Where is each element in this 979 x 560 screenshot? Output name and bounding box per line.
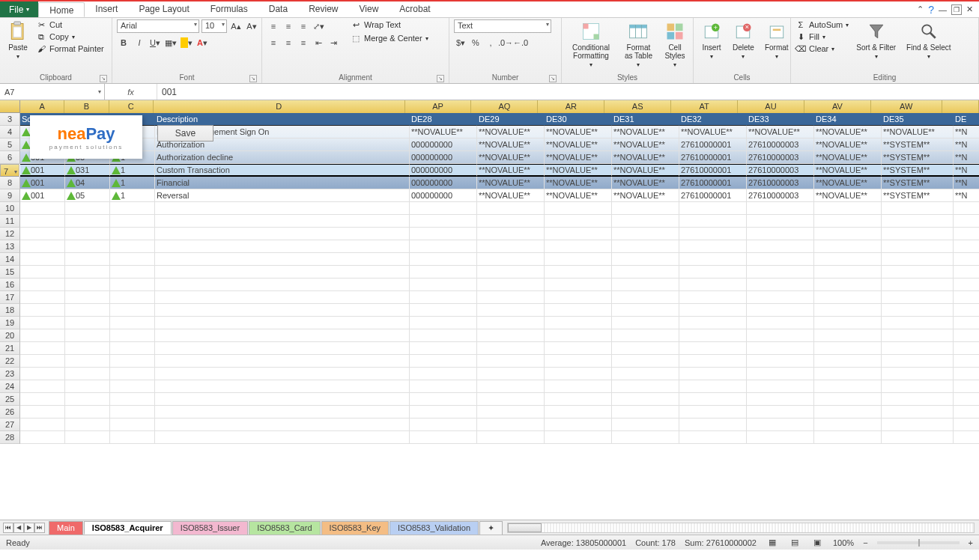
cell[interactable]: **NOVALUE** [477, 164, 545, 177]
cell[interactable] [410, 342, 477, 355]
column-header[interactable]: C [109, 100, 154, 113]
cell[interactable] [814, 279, 882, 291]
cut-button[interactable]: ✂Cut [36, 19, 104, 30]
cell[interactable] [747, 317, 814, 329]
cell[interactable] [882, 215, 954, 228]
cell[interactable] [410, 355, 477, 368]
cell[interactable] [477, 291, 545, 304]
cell[interactable] [410, 419, 477, 431]
cell[interactable] [747, 406, 814, 419]
cell[interactable] [747, 368, 814, 380]
column-header[interactable]: D [154, 100, 405, 113]
zoom-out-button[interactable]: − [863, 538, 867, 547]
cell[interactable] [410, 228, 477, 240]
cell[interactable] [814, 431, 882, 444]
cell[interactable] [477, 380, 545, 393]
cell[interactable]: **NOVALUE** [410, 126, 477, 139]
cell[interactable]: 27610000003 [747, 177, 814, 189]
cell[interactable] [65, 380, 110, 393]
cell[interactable] [155, 240, 410, 253]
cell[interactable]: **SYSTEM** [882, 177, 954, 189]
cell[interactable] [545, 215, 612, 228]
cell[interactable] [65, 368, 110, 380]
cell[interactable] [954, 304, 979, 317]
decrease-decimal-icon[interactable]: ←.0 [514, 36, 527, 49]
cell[interactable]: Reversal [155, 189, 410, 202]
align-right-icon[interactable]: ≡ [297, 36, 310, 49]
cell[interactable]: **SYSTEM** [882, 139, 954, 151]
column-header[interactable]: A [20, 100, 64, 113]
cell[interactable] [954, 202, 979, 215]
cell[interactable] [679, 304, 747, 317]
cell[interactable] [612, 228, 679, 240]
row-header[interactable]: 16 [0, 279, 20, 291]
cell[interactable] [110, 419, 155, 431]
cell[interactable] [814, 329, 882, 342]
cell[interactable] [679, 380, 747, 393]
zoom-in-button[interactable]: + [969, 538, 973, 547]
align-bottom-icon[interactable]: ≡ [297, 19, 310, 33]
cell[interactable] [545, 202, 612, 215]
cell[interactable]: DE28 [410, 113, 477, 126]
cell[interactable] [545, 406, 612, 419]
cell[interactable] [545, 240, 612, 253]
sort-filter-button[interactable]: Sort & Filter▾ [853, 19, 899, 61]
increase-decimal-icon[interactable]: .0→ [499, 36, 512, 49]
column-header[interactable]: AT [671, 100, 738, 113]
row-header[interactable]: 23 [0, 368, 20, 380]
cell[interactable] [545, 291, 612, 304]
window-restore-icon[interactable]: ❐ [951, 4, 962, 15]
cell[interactable] [155, 279, 410, 291]
merge-center-button[interactable]: ⬚Merge & Center▾ [351, 33, 428, 43]
cell[interactable] [954, 368, 979, 380]
cell[interactable] [410, 253, 477, 266]
cell[interactable] [20, 253, 65, 266]
cell[interactable] [814, 355, 882, 368]
cell[interactable] [477, 304, 545, 317]
cell[interactable]: Authorization decline [155, 151, 410, 164]
cell[interactable]: DE30 [545, 113, 612, 126]
cell[interactable] [679, 317, 747, 329]
cell[interactable] [110, 240, 155, 253]
cell[interactable] [110, 342, 155, 355]
cell[interactable] [410, 393, 477, 406]
underline-button[interactable]: U▾ [148, 36, 162, 49]
comma-icon[interactable]: , [484, 36, 497, 49]
decrease-indent-icon[interactable]: ⇤ [312, 36, 325, 49]
cell[interactable] [882, 380, 954, 393]
cell[interactable] [747, 304, 814, 317]
cell[interactable] [954, 329, 979, 342]
cell[interactable] [954, 406, 979, 419]
cell[interactable]: 000000000 [410, 151, 477, 164]
align-center-icon[interactable]: ≡ [282, 36, 295, 49]
cell[interactable] [882, 317, 954, 329]
cell[interactable] [814, 406, 882, 419]
cell[interactable] [110, 279, 155, 291]
cell[interactable] [679, 368, 747, 380]
sheet-tab[interactable]: ISO8583_Issuer [172, 521, 249, 535]
cell[interactable] [545, 228, 612, 240]
sheet-tab[interactable]: ISO8583_Acquirer [84, 521, 172, 535]
cell[interactable] [155, 329, 410, 342]
sheet-tab[interactable]: ISO8583_Validation [390, 521, 479, 535]
conditional-formatting-button[interactable]: Conditional Formatting▾ [566, 19, 616, 70]
cell[interactable]: **N [954, 164, 979, 177]
row-header[interactable]: 3 [0, 113, 20, 126]
cell[interactable] [545, 368, 612, 380]
align-top-icon[interactable]: ≡ [267, 19, 280, 33]
cell[interactable] [747, 228, 814, 240]
cell[interactable]: DE29 [477, 113, 545, 126]
cell[interactable] [65, 329, 110, 342]
cell[interactable]: **N [954, 139, 979, 151]
cell[interactable] [155, 253, 410, 266]
cell[interactable] [20, 279, 65, 291]
cell[interactable] [954, 291, 979, 304]
cell[interactable] [954, 266, 979, 279]
cell[interactable] [882, 202, 954, 215]
cell[interactable] [679, 228, 747, 240]
cell[interactable] [20, 368, 65, 380]
cell[interactable] [814, 380, 882, 393]
cell[interactable] [612, 253, 679, 266]
zoom-level[interactable]: 100% [833, 538, 854, 547]
cell[interactable] [954, 228, 979, 240]
